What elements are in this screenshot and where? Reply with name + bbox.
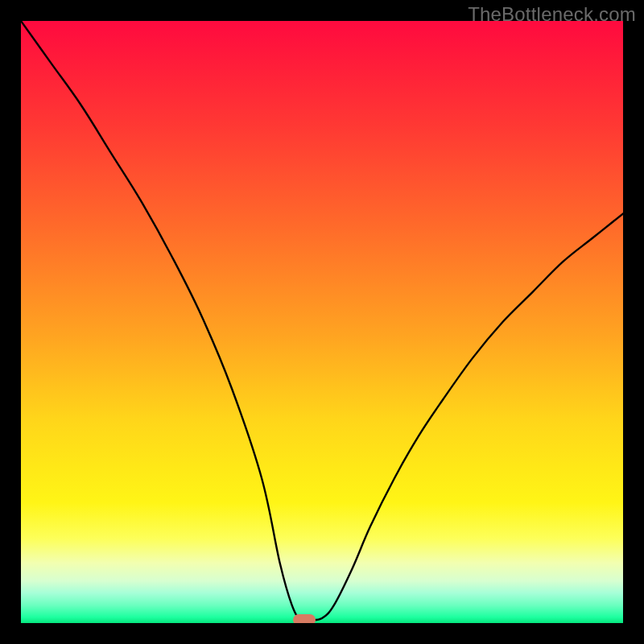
curve-path bbox=[21, 21, 623, 621]
bottleneck-curve bbox=[21, 21, 623, 623]
plot-area bbox=[21, 21, 623, 623]
watermark-text: TheBottleneck.com bbox=[468, 3, 636, 26]
minimum-marker bbox=[293, 614, 316, 623]
chart-frame: TheBottleneck.com bbox=[0, 0, 644, 644]
